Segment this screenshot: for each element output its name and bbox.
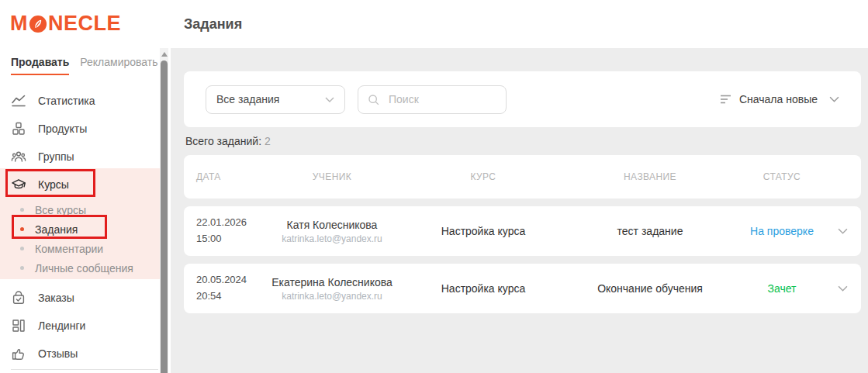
- bullet-icon: [20, 208, 24, 212]
- page-header: Задания: [171, 0, 868, 48]
- search-input[interactable]: [387, 92, 497, 106]
- column-header: ДАТА: [196, 171, 258, 182]
- column-header: УЧЕНИК: [258, 171, 406, 182]
- column-header: СТАТУС: [739, 171, 825, 182]
- tab-sell[interactable]: Продавать: [11, 56, 69, 75]
- logo-text-prefix: M: [10, 13, 28, 34]
- sidebar-item-label: Курсы: [38, 178, 69, 191]
- sidebar-item-label: Статистика: [38, 95, 95, 107]
- chevron-down-icon: [325, 97, 334, 102]
- sort-dropdown[interactable]: Сначала новые: [720, 93, 839, 105]
- sidebar-item-products[interactable]: Продукты: [0, 115, 160, 143]
- date-value: 20.05.2024: [196, 272, 258, 288]
- task-type-value: Все задания: [216, 93, 279, 105]
- row-expand-chevron-icon[interactable]: [825, 285, 861, 292]
- bullet-icon: [20, 227, 24, 231]
- sidebar-item-orders[interactable]: Заказы: [0, 284, 160, 312]
- row-expand-chevron-icon[interactable]: [825, 228, 861, 234]
- cell-student: Екатерина Колесниковаkatrinka.leto@yande…: [258, 276, 406, 302]
- time-value: 20:54: [196, 288, 258, 305]
- cell-student: Катя Колесниковаkatrinka.leto@yandex.ru: [258, 219, 406, 244]
- scroll-up-button[interactable]: [160, 48, 168, 60]
- filter-bar: Все задания Сначала новые: [184, 71, 861, 127]
- cell-task-title: Окончание обучения: [561, 282, 739, 295]
- sidebar-submenu-courses: Все курсыЗаданияКомментарииЛичные сообще…: [0, 200, 160, 278]
- column-header: НАЗВАНИЕ: [561, 171, 739, 182]
- sidebar-tabs: Продавать Рекламировать: [11, 56, 158, 75]
- sidebar-item-landings[interactable]: Лендинги: [0, 312, 160, 340]
- graduation-cap-icon: [11, 177, 26, 192]
- time-value: 15:00: [196, 231, 258, 247]
- sidebar-item-label: Лендинги: [38, 319, 85, 332]
- table-header-row: ДАТАУЧЕНИККУРСНАЗВАНИЕСТАТУС: [184, 155, 861, 199]
- logo-text-suffix: NECLE: [48, 13, 121, 34]
- student-name: Екатерина Колесникова: [258, 276, 406, 288]
- sidebar-menu: СтатистикаПродуктыГруппыКурсыВсе курсыЗа…: [0, 87, 160, 368]
- student-email: katrinka.leto@yandex.ru: [258, 291, 406, 302]
- table-row: 22.01.202615:00Катя Колесниковаkatrinka.…: [184, 206, 861, 256]
- search-box: [358, 85, 507, 114]
- student-email: katrinka.leto@yandex.ru: [258, 233, 406, 244]
- sidebar-subitem-private-messages[interactable]: Личные сообщения: [0, 258, 160, 278]
- content-area: Все задания Сначала новые Всего заданий:…: [171, 48, 868, 373]
- table-row: 20.05.202420:54Екатерина Колесниковаkatr…: [184, 264, 861, 313]
- cell-task-title: тест задание: [561, 225, 739, 237]
- date-value: 22.01.2026: [196, 215, 258, 231]
- sidebar-item-label: Отзывы: [38, 347, 78, 360]
- sidebar: M NECLE Продавать Рекламировать Статисти…: [0, 0, 171, 373]
- tasks-total: Всего заданий: 2: [185, 135, 861, 147]
- arrow-up-icon: [161, 52, 168, 57]
- bullet-icon: [20, 247, 24, 250]
- orders-bag-icon: [11, 290, 26, 306]
- tasks-total-label: Всего заданий:: [185, 135, 261, 147]
- bullet-icon: [20, 266, 24, 270]
- sidebar-subitem-comments[interactable]: Комментарии: [0, 239, 160, 258]
- sidebar-item-label: Группы: [38, 150, 74, 163]
- sort-value: Сначала новые: [739, 93, 818, 105]
- leaf-circle-icon: [28, 15, 48, 33]
- sort-lines-icon: [720, 94, 732, 105]
- cell-date: 20.05.202420:54: [196, 272, 258, 305]
- status-badge[interactable]: Зачет: [739, 282, 825, 295]
- sidebar-subitem-all-courses[interactable]: Все курсы: [0, 200, 160, 219]
- groups-icon: [11, 149, 26, 164]
- status-badge[interactable]: На проверке: [739, 225, 825, 237]
- column-header: КУРС: [406, 171, 561, 182]
- sidebar-item-groups[interactable]: Группы: [0, 143, 160, 171]
- sidebar-subitem-label: Комментарии: [35, 243, 103, 255]
- search-icon: [367, 93, 380, 106]
- tab-advertise[interactable]: Рекламировать: [80, 56, 157, 75]
- products-icon: [11, 121, 26, 136]
- sidebar-item-courses[interactable]: Курсы: [0, 171, 160, 199]
- cell-course: Настройка курса: [406, 225, 561, 237]
- sidebar-bottom-divider: [11, 369, 158, 370]
- cell-date: 22.01.202615:00: [196, 215, 258, 247]
- sidebar-item-label: Продукты: [38, 123, 87, 135]
- sidebar-subitem-tasks[interactable]: Задания: [0, 219, 160, 239]
- student-name: Катя Колесникова: [258, 219, 406, 231]
- line-chart-icon: [11, 93, 26, 109]
- sidebar-item-stats[interactable]: Статистика: [0, 87, 160, 115]
- task-type-dropdown[interactable]: Все задания: [206, 85, 345, 114]
- chevron-down-icon: [829, 96, 839, 102]
- sidebar-item-reviews[interactable]: Отзывы: [0, 340, 160, 368]
- sidebar-subitem-label: Задания: [35, 223, 78, 236]
- cell-course: Настройка курса: [406, 282, 561, 295]
- page-title: Задания: [184, 16, 242, 33]
- app-window: M NECLE Продавать Рекламировать Статисти…: [0, 0, 868, 373]
- thumbs-up-icon: [11, 346, 26, 361]
- sidebar-item-label: Заказы: [38, 292, 74, 304]
- sidebar-subitem-label: Личные сообщения: [35, 262, 133, 275]
- table-body: 22.01.202615:00Катя Колесниковаkatrinka.…: [184, 206, 861, 313]
- main-area: Задания Все задания Сначала новые: [171, 0, 868, 373]
- sidebar-subitem-label: Все курсы: [35, 204, 86, 216]
- scrollbar-thumb[interactable]: [161, 60, 168, 373]
- landings-icon: [11, 318, 26, 333]
- sidebar-scrollbar[interactable]: [160, 48, 168, 373]
- brand-logo[interactable]: M NECLE: [10, 13, 121, 34]
- tasks-total-count: 2: [265, 135, 271, 147]
